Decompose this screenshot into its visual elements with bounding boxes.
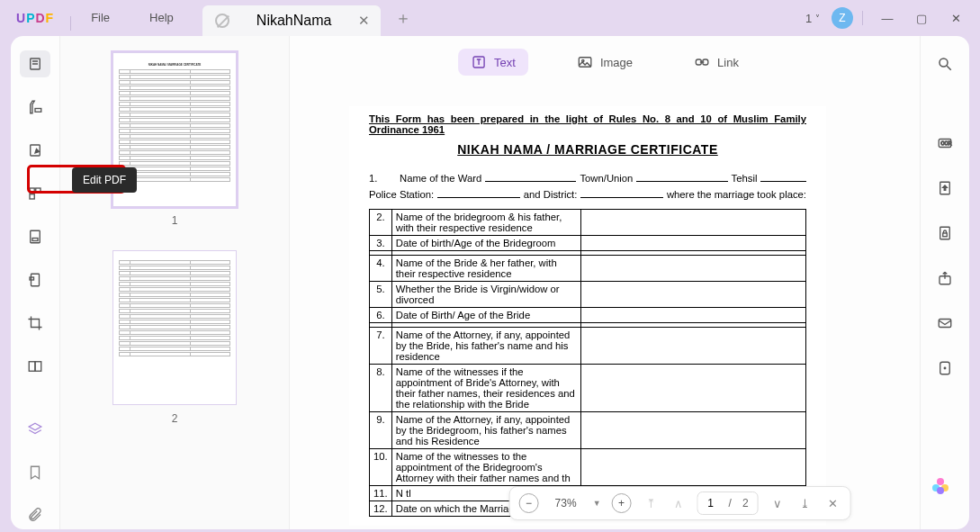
reader-tool[interactable] xyxy=(20,50,50,77)
edit-pdf-tool[interactable] xyxy=(20,137,50,164)
page-input[interactable] xyxy=(698,497,724,509)
export-button[interactable] xyxy=(930,175,960,202)
share-button[interactable] xyxy=(930,265,960,292)
svg-rect-28 xyxy=(939,320,951,328)
hidden-icon xyxy=(215,14,229,28)
svg-point-31 xyxy=(937,478,944,485)
last-page-button[interactable]: ⤓ xyxy=(796,497,814,510)
svg-rect-9 xyxy=(32,239,38,241)
attachment-tool[interactable] xyxy=(20,502,50,529)
counter[interactable]: 1 ˅ xyxy=(797,5,828,31)
svg-text:OCR: OCR xyxy=(941,140,952,146)
edit-image-button[interactable]: Image xyxy=(564,49,645,76)
edit-link-button[interactable]: Link xyxy=(681,49,751,76)
email-button[interactable] xyxy=(930,310,960,337)
svg-point-34 xyxy=(937,487,944,494)
edit-text-button[interactable]: Text xyxy=(458,49,528,76)
prev-page-button[interactable]: ∧ xyxy=(670,497,687,510)
avatar[interactable]: Z xyxy=(832,7,853,29)
menu-help[interactable]: Help xyxy=(130,0,193,36)
close-nav-button[interactable]: ✕ xyxy=(824,497,841,510)
layers-tool[interactable] xyxy=(20,416,50,443)
zoom-dropdown[interactable]: ▼ xyxy=(593,499,601,508)
menu-file[interactable]: File xyxy=(71,0,130,36)
page-navigator: − 73% ▼ + ⤒ ∧ / 2 ∨ ⤓ ✕ xyxy=(509,486,851,520)
svg-rect-13 xyxy=(35,362,41,372)
tab-title: NikahNama xyxy=(256,13,332,29)
svg-rect-3 xyxy=(35,109,41,113)
svg-point-20 xyxy=(940,59,948,67)
first-page-button[interactable]: ⤒ xyxy=(643,497,660,510)
svg-line-21 xyxy=(947,66,951,70)
comment-tool[interactable] xyxy=(20,94,50,121)
print-button[interactable] xyxy=(930,355,960,382)
next-page-button[interactable]: ∨ xyxy=(769,497,786,510)
zoom-out-button[interactable]: − xyxy=(519,493,539,513)
svg-point-30 xyxy=(944,367,946,369)
page-tool[interactable] xyxy=(20,223,50,250)
bookmark-tool[interactable] xyxy=(20,459,50,486)
thumbnail-2[interactable] xyxy=(112,250,237,405)
close-window-button[interactable]: ✕ xyxy=(940,5,971,31)
svg-rect-7 xyxy=(30,194,34,199)
doc-table: 2.Name of the bridegroom & his father, w… xyxy=(369,209,806,517)
svg-rect-12 xyxy=(29,362,35,372)
search-button[interactable] xyxy=(930,50,960,77)
protect-button[interactable] xyxy=(930,220,960,247)
document-tab[interactable]: NikahNama ✕ xyxy=(202,5,382,36)
maximize-button[interactable]: ▢ xyxy=(906,5,937,31)
ocr-button[interactable]: OCR xyxy=(930,130,960,157)
doc-title: NIKAH NAMA / MARRIAGE CERTIFICATE xyxy=(369,142,806,157)
close-tab-icon[interactable]: ✕ xyxy=(358,13,370,29)
new-tab-button[interactable]: ＋ xyxy=(395,7,411,29)
crop-tool[interactable] xyxy=(20,310,50,337)
minimize-button[interactable]: — xyxy=(872,5,903,31)
form-tool[interactable] xyxy=(20,266,50,293)
doc-note: This Form has been prepared in the light… xyxy=(369,113,806,135)
highlight-rect: Edit PDF xyxy=(27,165,126,194)
compare-tool[interactable] xyxy=(20,353,50,380)
ai-assistant-icon[interactable] xyxy=(930,475,951,497)
zoom-in-button[interactable]: + xyxy=(612,493,632,513)
thumbnail-1-number: 1 xyxy=(112,214,237,227)
edit-pdf-tooltip: Edit PDF xyxy=(72,167,137,193)
document-page[interactable]: This Form has been prepared in the light… xyxy=(349,106,826,526)
thumbnail-2-number: 2 xyxy=(112,412,237,425)
svg-rect-26 xyxy=(943,233,948,237)
svg-rect-11 xyxy=(30,277,34,280)
zoom-value: 73% xyxy=(550,497,582,509)
app-logo: UPDF xyxy=(0,11,70,25)
